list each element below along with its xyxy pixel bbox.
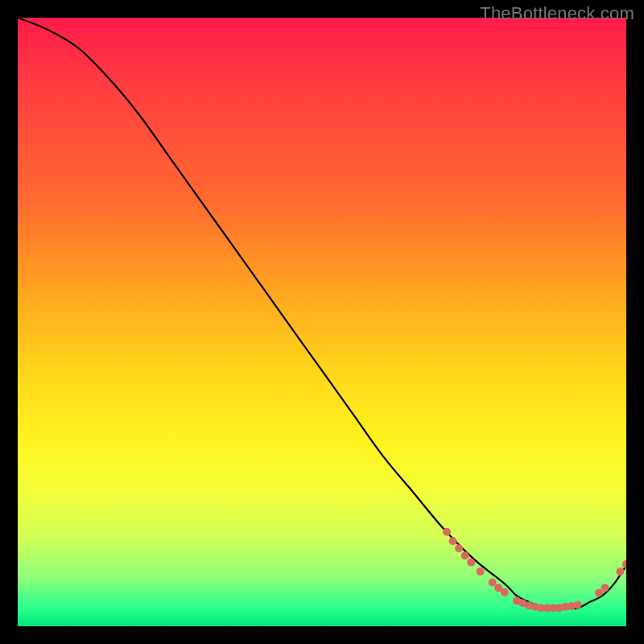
curve-line [18, 18, 626, 609]
data-marker [461, 551, 469, 559]
data-marker [455, 544, 463, 552]
chart-svg [18, 18, 626, 626]
data-marker [622, 560, 626, 568]
data-marker [601, 584, 609, 592]
watermark-label: TheBottleneck.com [480, 3, 634, 24]
data-marker [501, 588, 509, 597]
data-marker [477, 568, 485, 576]
data-marker [489, 579, 497, 587]
data-marker [443, 528, 451, 536]
data-marker [467, 559, 475, 567]
chart-frame: TheBottleneck.com [0, 0, 644, 644]
marker-layer [443, 528, 626, 613]
data-marker [616, 568, 624, 576]
data-marker [574, 601, 582, 609]
data-marker [449, 537, 457, 545]
